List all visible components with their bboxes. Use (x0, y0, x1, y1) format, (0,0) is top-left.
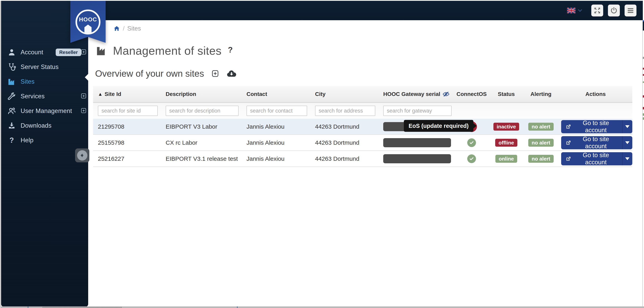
breadcrumb-separator: / (123, 25, 124, 32)
home-icon[interactable] (113, 25, 120, 32)
sidebar-item-help[interactable]: ? Help (1, 134, 88, 147)
background-window-sliver (643, 1, 644, 306)
sidebar-item-downloads[interactable]: Downloads (1, 119, 88, 132)
breadcrumb: / Sites (113, 25, 141, 32)
factory-icon (95, 45, 108, 57)
cell-site-id: 25155798 (93, 139, 161, 146)
factory-icon (7, 77, 16, 86)
user-icon (7, 48, 16, 57)
chevron-down-icon (578, 9, 582, 12)
cell-contact: Jannis Alexiou (242, 156, 310, 162)
language-selector[interactable] (567, 8, 582, 13)
sidebar: Account Reseller Server Status (1, 1, 88, 307)
window-bottom-edge (0, 306, 644, 308)
search-description-input[interactable] (166, 106, 238, 116)
page-title: Management of sites (113, 44, 222, 57)
sidebar-item-user-management[interactable]: User Management (1, 104, 88, 118)
eye-slash-icon[interactable] (442, 91, 450, 97)
search-address-input[interactable] (315, 106, 375, 116)
cell-city: 44263 Dortmund (310, 139, 378, 146)
cell-actions: Go to site account (559, 120, 632, 133)
cell-site-id: 21295708 (93, 123, 161, 130)
window-top-edge (0, 0, 644, 1)
cell-alerting: no alert (523, 139, 559, 147)
logo-text: HOOC (77, 16, 99, 23)
table-row[interactable]: 21295708 EIBPORT V3 Labor Jannis Alexiou… (93, 119, 632, 135)
add-site-button[interactable] (211, 69, 219, 78)
sidebar-collapse-button[interactable] (75, 148, 89, 162)
expand-plus-icon[interactable] (81, 108, 86, 114)
column-header-connectos[interactable]: ConnectOS (454, 91, 490, 97)
breadcrumb-current: Sites (127, 25, 141, 32)
sidebar-item-sites[interactable]: Sites (1, 75, 88, 88)
status-badge: online (496, 155, 518, 163)
column-header-site-id[interactable]: ▲ Site Id (93, 91, 161, 97)
site-actions-dropdown-button[interactable] (622, 120, 632, 133)
fullscreen-icon (594, 7, 601, 14)
expand-plus-icon[interactable] (81, 49, 86, 56)
logout-power-button[interactable] (608, 4, 620, 16)
sidebar-item-account[interactable]: Account Reseller (1, 46, 88, 59)
sidebar-item-label: Account (20, 49, 43, 56)
brand-banner[interactable]: HOOC (70, 0, 106, 43)
table-row[interactable]: 25155798 CX rc Labor Jannis Alexiou 4426… (93, 135, 632, 151)
sidebar-item-server-status[interactable]: Server Status (1, 60, 88, 74)
status-bar-text-smudge (42, 307, 122, 308)
caret-down-icon (625, 157, 630, 160)
cell-connectos (454, 154, 490, 163)
cell-city: 44263 Dortmund (310, 156, 378, 162)
cell-status: inactive (490, 123, 523, 130)
sidebar-item-label: Sites (20, 78, 34, 85)
sidebar-item-services[interactable]: Services (1, 90, 88, 103)
redacted-serial (383, 154, 451, 163)
column-header-city[interactable]: City (310, 91, 378, 97)
column-header-gateway-serial[interactable]: HOOC Gateway serial (378, 91, 454, 97)
go-to-site-account-button[interactable]: Go to site account (561, 152, 622, 165)
section-title: Overview of your own sites (95, 68, 204, 79)
cell-site-id: 25216227 (93, 156, 161, 162)
sites-table: ▲ Site Id Description Contact City HOOC … (93, 86, 632, 167)
cell-contact: Jannis Alexiou (242, 139, 310, 146)
expand-plus-icon[interactable] (81, 93, 86, 100)
table-row[interactable]: 25216227 EIBPORT V3.1 release test Janni… (93, 151, 632, 167)
alerting-badge: no alert (528, 155, 554, 163)
app-window: Account Reseller Server Status (0, 0, 644, 308)
column-header-status[interactable]: Status (490, 91, 523, 97)
cell-serial (378, 138, 454, 147)
column-header-description[interactable]: Description (161, 91, 242, 97)
cell-actions: Go to site account (559, 152, 632, 165)
cloud-download-icon (226, 69, 236, 78)
download-icon (7, 121, 16, 130)
logo-house-icon (84, 24, 92, 33)
column-header-actions: Actions (559, 91, 632, 97)
help-question-icon[interactable]: ? (228, 46, 233, 54)
external-link-icon (566, 140, 571, 146)
logo-circle: HOOC (76, 10, 100, 34)
active-item-arrow (85, 74, 88, 81)
arrow-left-icon (77, 150, 88, 160)
uk-flag-icon (567, 8, 576, 13)
fullscreen-button[interactable] (591, 4, 603, 16)
export-download-button[interactable] (226, 69, 236, 78)
sidebar-item-label: User Management (20, 108, 72, 114)
search-contact-input[interactable] (246, 106, 307, 116)
caret-down-icon (625, 141, 630, 144)
connectos-ok-icon (467, 154, 476, 163)
site-actions-dropdown-button[interactable] (622, 136, 632, 149)
users-icon (7, 106, 16, 116)
wrench-icon (7, 92, 16, 101)
column-header-alerting[interactable]: Alerting (523, 91, 559, 97)
window-left-edge (0, 1, 1, 308)
sidebar-item-label: Help (20, 137, 34, 144)
site-actions-dropdown-button[interactable] (622, 152, 632, 165)
menu-button[interactable] (624, 4, 636, 16)
section-heading-row: Overview of your own sites (95, 68, 236, 79)
column-header-contact[interactable]: Contact (242, 91, 310, 97)
cell-status: offline (490, 139, 523, 147)
cell-city: 44263 Dortmund (310, 123, 378, 130)
go-to-site-account-button[interactable]: Go to site account (561, 120, 622, 133)
cell-connectos (454, 138, 490, 147)
go-to-site-account-button[interactable]: Go to site account (561, 136, 622, 149)
search-gateway-input[interactable] (383, 106, 452, 116)
search-site-id-input[interactable] (98, 106, 158, 116)
